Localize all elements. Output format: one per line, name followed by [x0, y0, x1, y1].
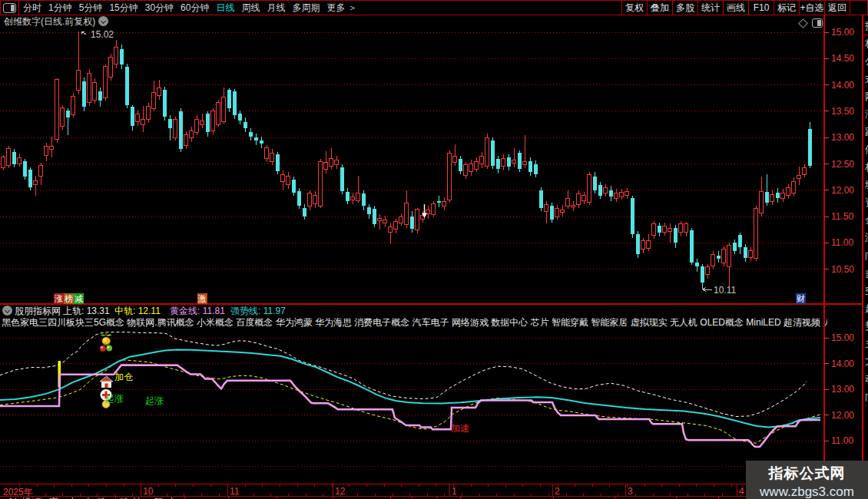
- tick: [679, 484, 680, 487]
- price-label: 11.50: [831, 211, 862, 222]
- month-line: [449, 484, 450, 497]
- tick: [332, 484, 333, 487]
- event-badge-榜[interactable]: 榜: [64, 293, 74, 304]
- strip-glyph: 力: [865, 355, 868, 368]
- tick: [453, 484, 454, 487]
- price-label: 14.50: [831, 53, 862, 64]
- strip-glyph: 停: [865, 143, 868, 157]
- month-line: [737, 484, 737, 497]
- tick: [609, 484, 610, 487]
- price-label: 12.00: [831, 410, 862, 421]
- cherry-red-icon: [100, 345, 106, 352]
- month-label: 3: [628, 486, 633, 497]
- cherry-leaf-icon: [101, 334, 106, 336]
- axis-tick: [824, 415, 829, 415]
- tick: [297, 484, 298, 487]
- tick: [687, 494, 688, 496]
- tick: [496, 494, 497, 496]
- tick: [184, 494, 184, 496]
- event-badge-激[interactable]: 激: [197, 293, 207, 304]
- house-door-icon: [105, 384, 108, 388]
- tick: [253, 494, 254, 496]
- tick: [280, 484, 280, 487]
- signal-label-0: 加仓: [114, 372, 133, 382]
- tick: [409, 494, 410, 496]
- axis-tick: [824, 363, 829, 364]
- cherry-leaf2-icon: [107, 334, 112, 336]
- strip-glyph: 涨: [865, 107, 868, 121]
- tick: [670, 494, 671, 496]
- tick: [436, 484, 436, 487]
- strip-glyph: 板: [865, 160, 868, 174]
- strip-glyph: 资: [865, 196, 868, 210]
- tick: [644, 484, 645, 487]
- tick: [566, 494, 567, 496]
- tick: [419, 484, 419, 487]
- tick: [158, 484, 159, 487]
- watermark: 指标公式网 www.zbgs3.com: [746, 461, 868, 499]
- price-label: 13.00: [831, 384, 862, 395]
- tick: [627, 484, 628, 487]
- price-label: 10.50: [831, 264, 862, 275]
- strip-glyph: 主: [865, 337, 868, 351]
- month-line: [625, 484, 626, 497]
- tick: [444, 494, 445, 496]
- event-badge-财[interactable]: 财: [796, 293, 806, 304]
- strip-glyph: 公: [865, 55, 868, 68]
- strip-glyph: 网: [865, 90, 868, 104]
- tick: [462, 494, 462, 496]
- tick: [71, 484, 72, 487]
- month-label: 10: [143, 486, 153, 497]
- strip-glyph: 块: [865, 178, 868, 192]
- strip-glyph: 势: [865, 319, 868, 333]
- tick: [106, 484, 107, 487]
- tick: [219, 494, 220, 496]
- tick: [149, 494, 150, 496]
- month-label: 1: [452, 486, 457, 497]
- tick: [141, 484, 141, 487]
- tick: [193, 484, 194, 487]
- tick: [471, 484, 472, 487]
- strength-line: [0, 349, 820, 427]
- strip-glyph: 式: [865, 72, 868, 86]
- price-label: 13.00: [831, 132, 862, 143]
- tick: [696, 484, 697, 487]
- price-label: 11.00: [831, 237, 862, 248]
- axis-tick: [824, 243, 829, 243]
- tick: [601, 494, 601, 496]
- tick: [37, 484, 38, 487]
- watermark-url: www.zbgs3.com: [746, 484, 868, 499]
- tick: [340, 494, 341, 496]
- tick: [661, 484, 662, 487]
- axis-tick: [824, 58, 829, 59]
- event-badge-减[interactable]: 减: [74, 293, 84, 304]
- tick: [731, 484, 732, 487]
- watermark-title: 指标公式网: [746, 464, 868, 484]
- right-side-strip[interactable]: 指标公式网涨跌停板块资金流向多空趋势主力动向: [862, 15, 868, 499]
- tick: [54, 484, 55, 487]
- tick: [114, 494, 115, 496]
- tick: [323, 494, 323, 496]
- tick: [97, 494, 98, 496]
- tick: [653, 494, 654, 496]
- tick: [548, 494, 549, 496]
- price-label: 11.00: [831, 435, 862, 446]
- indicator-chart[interactable]: 加仓起涨起涨加速: [0, 0, 823, 499]
- toolbar-button-8[interactable]: 返回: [824, 1, 850, 15]
- price-label: 15.00: [831, 332, 862, 343]
- tick: [714, 484, 714, 487]
- tick: [45, 494, 46, 496]
- strip-glyph: 向: [865, 390, 868, 404]
- tick: [479, 494, 480, 496]
- axis-tick: [824, 441, 829, 441]
- house-roof-icon: [100, 376, 113, 382]
- tick: [375, 494, 376, 496]
- axis-tick: [824, 164, 829, 164]
- price-label: 12.00: [831, 185, 862, 196]
- event-badge-涨[interactable]: 涨: [54, 293, 64, 304]
- tick: [740, 494, 740, 496]
- price-label: 14.00: [831, 359, 862, 369]
- axis-tick: [824, 111, 829, 111]
- tick: [393, 494, 393, 496]
- tick: [575, 484, 575, 487]
